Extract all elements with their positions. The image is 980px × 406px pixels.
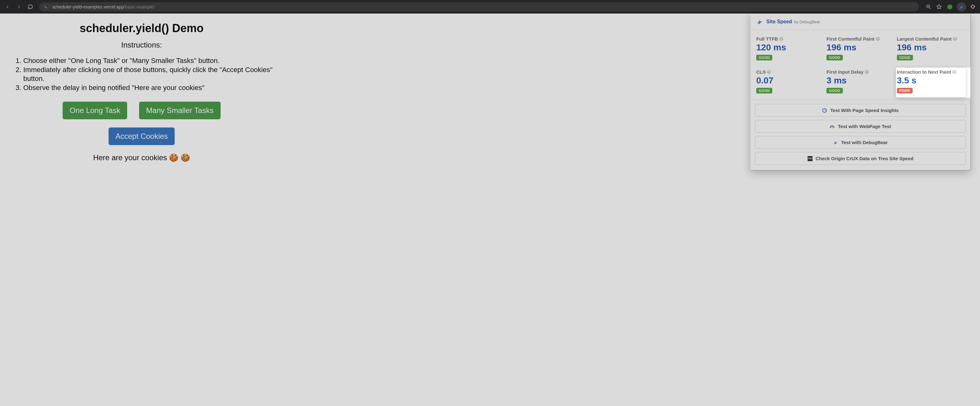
panel-action-button[interactable]: Test with WebPage Test <box>755 120 966 133</box>
action-label: Test with DebugBear <box>841 140 888 145</box>
profile-avatar[interactable] <box>946 3 954 11</box>
metric-card: Full TTFB?120 msGOOD <box>755 34 825 64</box>
action-label: Check Origin CrUX Data on Treo Site Spee… <box>816 156 913 161</box>
url-text: scheduler-yield-examples.vercel.app/basi… <box>52 5 154 10</box>
metric-card: Largest Contentful Paint?196 msGOOD <box>896 34 966 64</box>
page-content: scheduler.yield() Demo Instructions: Cho… <box>0 14 283 170</box>
metric-label: First Input Delay? <box>826 69 894 75</box>
metric-status-badge: GOOD <box>756 55 772 61</box>
bookmark-star-icon[interactable] <box>935 3 943 11</box>
site-speed-extension-button[interactable] <box>957 2 966 12</box>
instructions-heading: Instructions: <box>10 41 274 49</box>
result-text: Here are your cookies 🍪 🍪 <box>10 153 274 162</box>
many-smaller-tasks-button[interactable]: Many Smaller Tasks <box>139 102 220 119</box>
instruction-item: Observe the delay in being notified "Her… <box>23 83 274 92</box>
svg-point-4 <box>832 127 833 128</box>
site-speed-panel: Site Speed by DebugBear Full TTFB?120 ms… <box>750 14 970 170</box>
metric-status-badge: POOR <box>897 88 913 94</box>
address-bar[interactable]: scheduler-yield-examples.vercel.app/basi… <box>39 2 919 12</box>
metric-status-badge: GOOD <box>826 55 842 61</box>
metric-card: CLS?0.07GOOD <box>755 67 825 97</box>
metric-label: First Contentful Paint? <box>826 36 894 41</box>
webpagetest-icon <box>830 124 835 129</box>
action-label: Test With Page Speed Insights <box>830 108 899 113</box>
action-label: Test with WebPage Test <box>838 124 891 129</box>
help-icon[interactable]: ? <box>767 70 771 74</box>
pagespeed-icon <box>822 108 827 113</box>
svg-point-1 <box>46 7 47 8</box>
instruction-item: Choose either "One Long Task" or "Many S… <box>23 56 274 65</box>
site-info-icon[interactable] <box>43 5 49 10</box>
panel-action-button[interactable]: Test with DebugBear <box>755 136 966 149</box>
back-button[interactable] <box>3 3 12 11</box>
metric-card: First Contentful Paint?196 msGOOD <box>825 34 895 64</box>
reload-button[interactable] <box>26 3 35 11</box>
debugbear-icon <box>833 140 838 145</box>
metric-value: 196 ms <box>897 43 964 53</box>
metrics-grid: Full TTFB?120 msGOODFirst Contentful Pai… <box>751 30 970 100</box>
metric-label: CLS? <box>756 69 824 75</box>
panel-action-button[interactable]: Test With Page Speed Insights <box>755 104 966 117</box>
panel-actions: Test With Page Speed InsightsTest with W… <box>751 100 970 170</box>
metric-status-badge: GOOD <box>897 55 913 61</box>
svg-point-0 <box>45 6 46 6</box>
metric-value: 120 ms <box>756 43 824 53</box>
metric-value: 196 ms <box>826 43 894 53</box>
panel-title: Site Speed <box>766 19 792 24</box>
metric-value: 3 ms <box>826 76 894 86</box>
help-icon[interactable]: ? <box>953 37 957 41</box>
metric-value: 3.5 s <box>897 76 964 86</box>
debugbear-logo-icon <box>756 18 763 25</box>
metric-label: Full TTFB? <box>756 36 824 41</box>
instructions-list: Choose either "One Long Task" or "Many S… <box>10 56 274 92</box>
metric-card: Interaction to Next Paint?3.5 sPOOR <box>896 67 966 97</box>
help-icon[interactable]: ? <box>952 70 956 74</box>
one-long-task-button[interactable]: One Long Task <box>63 102 127 119</box>
help-icon[interactable]: ? <box>865 70 869 74</box>
browser-chrome: scheduler-yield-examples.vercel.app/basi… <box>0 0 980 14</box>
metric-value: 0.07 <box>756 76 824 86</box>
extensions-icon[interactable] <box>969 3 977 11</box>
metric-card: First Input Delay?3 msGOOD <box>825 67 895 97</box>
help-icon[interactable]: ? <box>779 37 783 41</box>
help-icon[interactable]: ? <box>876 37 880 41</box>
zoom-icon[interactable] <box>924 3 932 11</box>
metric-status-badge: GOOD <box>826 88 842 94</box>
accept-cookies-button[interactable]: Accept Cookies <box>108 127 175 145</box>
metric-label: Interaction to Next Paint? <box>897 69 964 75</box>
forward-button[interactable] <box>14 3 23 11</box>
page-title: scheduler.yield() Demo <box>10 22 274 35</box>
instruction-item: Immediately after clicking one of those … <box>23 65 274 83</box>
metric-label: Largest Contentful Paint? <box>897 36 964 41</box>
treo-icon: TREO <box>808 156 813 161</box>
metric-status-badge: GOOD <box>756 88 772 94</box>
chrome-right-controls <box>924 2 977 12</box>
panel-header: Site Speed by DebugBear <box>751 14 970 30</box>
panel-action-button[interactable]: TREOCheck Origin CrUX Data on Treo Site … <box>755 152 966 165</box>
panel-subtitle: by DebugBear <box>794 19 820 24</box>
